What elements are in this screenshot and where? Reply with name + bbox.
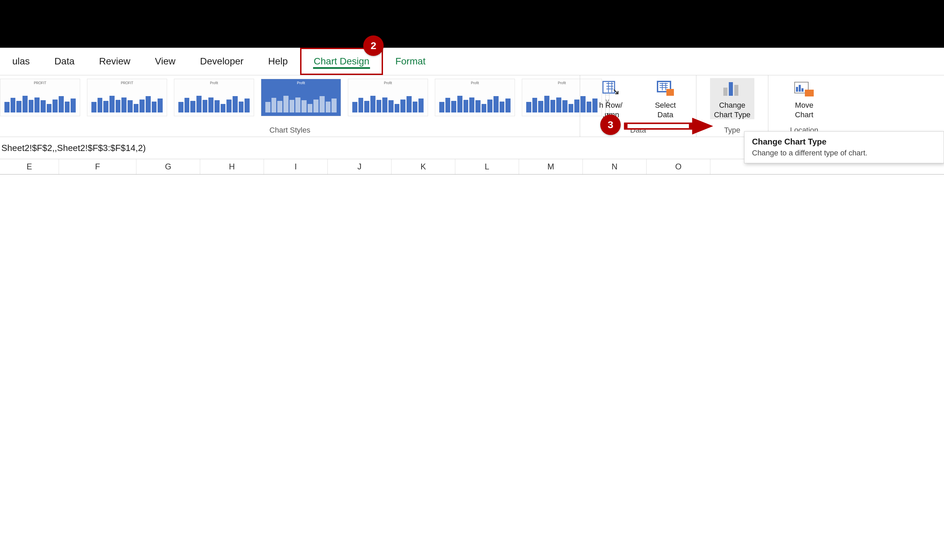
chart-styles-group: PROFIT PROFIT Profit Profit Profit Profi… bbox=[0, 75, 580, 137]
style-thumb-6[interactable]: Profit bbox=[435, 79, 515, 116]
ribbon-tabs: ulas Data Review View Developer Help Cha… bbox=[0, 48, 944, 75]
style-thumb-2[interactable]: PROFIT bbox=[87, 79, 167, 116]
col-header[interactable]: I bbox=[264, 159, 328, 174]
col-header[interactable]: E bbox=[0, 159, 59, 174]
button-label: Move Chart bbox=[795, 100, 813, 119]
col-header[interactable]: O bbox=[646, 159, 710, 174]
tab-review[interactable]: Review bbox=[87, 48, 143, 75]
tooltip-change-chart-type: Change Chart Type Change to a different … bbox=[744, 131, 944, 163]
tab-label: View bbox=[155, 56, 175, 67]
select-data-button[interactable]: Select Data bbox=[643, 78, 688, 119]
title-bar-area bbox=[0, 0, 944, 48]
svg-rect-11 bbox=[805, 90, 814, 97]
change-chart-type-button[interactable]: Change Chart Type bbox=[710, 78, 754, 119]
switch-icon bbox=[602, 80, 620, 97]
tab-formulas[interactable]: ulas bbox=[0, 48, 42, 75]
svg-rect-6 bbox=[734, 85, 738, 96]
move-chart-button[interactable]: Move Chart bbox=[782, 78, 826, 119]
style-thumb-4[interactable]: Profit bbox=[261, 79, 341, 116]
tab-label: Review bbox=[99, 56, 131, 67]
svg-rect-8 bbox=[796, 87, 798, 92]
col-header[interactable]: M bbox=[519, 159, 583, 174]
tab-help[interactable]: Help bbox=[256, 48, 300, 75]
tab-label: Data bbox=[54, 56, 74, 67]
tooltip-title: Change Chart Type bbox=[752, 137, 936, 146]
tab-view[interactable]: View bbox=[143, 48, 188, 75]
change-chart-type-icon bbox=[721, 80, 743, 97]
tab-label: Help bbox=[268, 56, 288, 67]
col-header[interactable]: F bbox=[59, 159, 136, 174]
style-thumb-3[interactable]: Profit bbox=[174, 79, 254, 116]
callout-badge-3: 3 bbox=[600, 114, 621, 135]
location-group: Move Chart Location bbox=[768, 75, 840, 137]
svg-rect-4 bbox=[723, 88, 727, 96]
tab-data[interactable]: Data bbox=[42, 48, 86, 75]
callout-badge-2: 2 bbox=[363, 35, 384, 56]
col-header[interactable]: J bbox=[328, 159, 392, 174]
col-header[interactable]: K bbox=[392, 159, 455, 174]
tab-developer[interactable]: Developer bbox=[188, 48, 256, 75]
group-label-styles: Chart Styles bbox=[0, 126, 580, 135]
select-data-icon bbox=[656, 80, 674, 97]
svg-rect-5 bbox=[729, 82, 733, 96]
tab-label: Chart Design bbox=[314, 56, 369, 67]
col-header[interactable]: L bbox=[455, 159, 519, 174]
tab-label: ulas bbox=[12, 56, 30, 67]
tab-format[interactable]: Format bbox=[383, 48, 438, 75]
move-chart-icon bbox=[793, 80, 815, 97]
formula-text: Sheet2!$F$2,,Sheet2!$F$3:$F$14,2) bbox=[2, 143, 146, 153]
tooltip-body: Change to a different type of chart. bbox=[752, 149, 936, 157]
svg-rect-9 bbox=[799, 85, 801, 92]
style-thumb-1[interactable]: PROFIT bbox=[0, 79, 80, 116]
ribbon: PROFIT PROFIT Profit Profit Profit Profi… bbox=[0, 75, 944, 137]
col-header[interactable]: G bbox=[136, 159, 200, 174]
style-thumb-5[interactable]: Profit bbox=[348, 79, 428, 116]
svg-rect-10 bbox=[801, 88, 804, 92]
style-gallery[interactable]: PROFIT PROFIT Profit Profit Profit Profi… bbox=[0, 79, 602, 116]
col-header[interactable]: N bbox=[583, 159, 646, 174]
callout-arrow-icon bbox=[621, 116, 716, 136]
col-header[interactable]: H bbox=[200, 159, 264, 174]
svg-rect-3 bbox=[666, 89, 674, 96]
button-label: Change Chart Type bbox=[714, 100, 750, 119]
switch-row-column-button[interactable]: h Row/ .umn bbox=[589, 78, 633, 119]
tab-label: Format bbox=[395, 56, 426, 67]
tab-label: Developer bbox=[200, 56, 244, 67]
